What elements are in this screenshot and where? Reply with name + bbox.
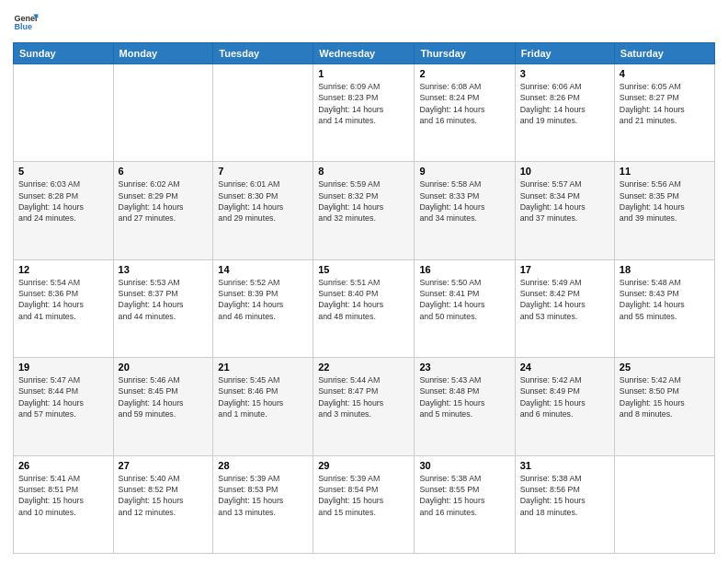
day-info: Sunrise: 5:53 AM Sunset: 8:37 PM Dayligh… xyxy=(119,277,209,322)
day-number: 8 xyxy=(318,166,409,177)
calendar-cell: 19Sunrise: 5:47 AM Sunset: 8:44 PM Dayli… xyxy=(14,358,114,455)
day-info: Sunrise: 6:03 AM Sunset: 8:28 PM Dayligh… xyxy=(18,178,108,224)
calendar-cell: 30Sunrise: 5:38 AM Sunset: 8:55 PM Dayli… xyxy=(415,455,515,553)
calendar-cell: 9Sunrise: 5:58 AM Sunset: 8:33 PM Daylig… xyxy=(415,162,515,259)
day-number: 28 xyxy=(218,460,308,471)
logo: General Blue xyxy=(13,9,39,35)
day-info: Sunrise: 6:05 AM Sunset: 8:27 PM Dayligh… xyxy=(620,81,710,126)
calendar-cell: 27Sunrise: 5:40 AM Sunset: 8:52 PM Dayli… xyxy=(113,455,213,553)
day-number: 9 xyxy=(419,166,509,177)
calendar-cell: 11Sunrise: 5:56 AM Sunset: 8:35 PM Dayli… xyxy=(614,162,714,259)
calendar-cell: 13Sunrise: 5:53 AM Sunset: 8:37 PM Dayli… xyxy=(113,259,213,357)
day-info: Sunrise: 5:59 AM Sunset: 8:32 PM Dayligh… xyxy=(318,178,409,224)
calendar-cell: 8Sunrise: 5:59 AM Sunset: 8:32 PM Daylig… xyxy=(313,162,415,259)
weekday-header-row: SundayMondayTuesdayWednesdayThursdayFrid… xyxy=(14,43,715,64)
calendar-table: SundayMondayTuesdayWednesdayThursdayFrid… xyxy=(13,42,715,554)
day-info: Sunrise: 5:38 AM Sunset: 8:56 PM Dayligh… xyxy=(520,473,609,518)
day-number: 29 xyxy=(318,460,409,471)
day-number: 24 xyxy=(520,362,609,373)
day-info: Sunrise: 5:50 AM Sunset: 8:41 PM Dayligh… xyxy=(419,277,509,322)
day-number: 15 xyxy=(318,264,409,275)
calendar-cell: 5Sunrise: 6:03 AM Sunset: 8:28 PM Daylig… xyxy=(14,162,114,259)
calendar-cell: 4Sunrise: 6:05 AM Sunset: 8:27 PM Daylig… xyxy=(614,64,714,162)
day-info: Sunrise: 6:01 AM Sunset: 8:30 PM Dayligh… xyxy=(218,178,308,224)
calendar-cell: 2Sunrise: 6:08 AM Sunset: 8:24 PM Daylig… xyxy=(415,64,515,162)
calendar-cell: 16Sunrise: 5:50 AM Sunset: 8:41 PM Dayli… xyxy=(415,259,515,357)
calendar-cell xyxy=(14,64,114,162)
day-info: Sunrise: 5:40 AM Sunset: 8:52 PM Dayligh… xyxy=(119,473,209,518)
calendar-body: 1Sunrise: 6:09 AM Sunset: 8:23 PM Daylig… xyxy=(14,64,715,554)
logo-icon: General Blue xyxy=(13,9,39,35)
day-info: Sunrise: 5:44 AM Sunset: 8:47 PM Dayligh… xyxy=(318,374,409,419)
weekday-header-sunday: Sunday xyxy=(14,43,114,64)
weekday-header-tuesday: Tuesday xyxy=(213,43,313,64)
day-info: Sunrise: 6:06 AM Sunset: 8:26 PM Dayligh… xyxy=(520,81,609,126)
calendar-cell: 1Sunrise: 6:09 AM Sunset: 8:23 PM Daylig… xyxy=(313,64,415,162)
day-number: 7 xyxy=(218,166,308,177)
calendar-cell: 12Sunrise: 5:54 AM Sunset: 8:36 PM Dayli… xyxy=(14,259,114,357)
calendar-cell xyxy=(113,64,213,162)
day-info: Sunrise: 5:39 AM Sunset: 8:54 PM Dayligh… xyxy=(318,473,409,518)
day-info: Sunrise: 5:58 AM Sunset: 8:33 PM Dayligh… xyxy=(419,178,509,224)
calendar-cell: 21Sunrise: 5:45 AM Sunset: 8:46 PM Dayli… xyxy=(213,358,313,455)
calendar-cell xyxy=(614,455,714,553)
day-info: Sunrise: 5:52 AM Sunset: 8:39 PM Dayligh… xyxy=(218,277,308,322)
calendar-cell xyxy=(213,64,313,162)
calendar-cell: 17Sunrise: 5:49 AM Sunset: 8:42 PM Dayli… xyxy=(515,259,614,357)
day-info: Sunrise: 5:41 AM Sunset: 8:51 PM Dayligh… xyxy=(18,473,108,518)
day-info: Sunrise: 5:45 AM Sunset: 8:46 PM Dayligh… xyxy=(218,374,308,419)
calendar-cell: 6Sunrise: 6:02 AM Sunset: 8:29 PM Daylig… xyxy=(113,162,213,259)
calendar-cell: 31Sunrise: 5:38 AM Sunset: 8:56 PM Dayli… xyxy=(515,455,614,553)
day-info: Sunrise: 5:57 AM Sunset: 8:34 PM Dayligh… xyxy=(520,178,609,224)
calendar-cell: 25Sunrise: 5:42 AM Sunset: 8:50 PM Dayli… xyxy=(614,358,714,455)
weekday-header-friday: Friday xyxy=(515,43,614,64)
calendar-cell: 3Sunrise: 6:06 AM Sunset: 8:26 PM Daylig… xyxy=(515,64,614,162)
day-number: 21 xyxy=(218,362,308,373)
day-info: Sunrise: 5:38 AM Sunset: 8:55 PM Dayligh… xyxy=(419,473,509,518)
day-info: Sunrise: 6:09 AM Sunset: 8:23 PM Dayligh… xyxy=(318,81,409,126)
calendar-week-2: 5Sunrise: 6:03 AM Sunset: 8:28 PM Daylig… xyxy=(14,162,715,259)
day-info: Sunrise: 6:02 AM Sunset: 8:29 PM Dayligh… xyxy=(119,178,209,224)
day-info: Sunrise: 5:49 AM Sunset: 8:42 PM Dayligh… xyxy=(520,277,609,322)
day-info: Sunrise: 5:47 AM Sunset: 8:44 PM Dayligh… xyxy=(18,374,108,419)
day-number: 10 xyxy=(520,166,609,177)
day-number: 26 xyxy=(18,460,108,471)
day-number: 11 xyxy=(620,166,710,177)
calendar-week-4: 19Sunrise: 5:47 AM Sunset: 8:44 PM Dayli… xyxy=(14,358,715,455)
day-info: Sunrise: 5:39 AM Sunset: 8:53 PM Dayligh… xyxy=(218,473,308,518)
calendar-cell: 15Sunrise: 5:51 AM Sunset: 8:40 PM Dayli… xyxy=(313,259,415,357)
weekday-header-thursday: Thursday xyxy=(415,43,515,64)
day-number: 18 xyxy=(620,264,710,275)
weekday-header-monday: Monday xyxy=(113,43,213,64)
calendar-cell: 14Sunrise: 5:52 AM Sunset: 8:39 PM Dayli… xyxy=(213,259,313,357)
calendar-cell: 18Sunrise: 5:48 AM Sunset: 8:43 PM Dayli… xyxy=(614,259,714,357)
day-number: 1 xyxy=(318,68,409,79)
day-info: Sunrise: 5:42 AM Sunset: 8:49 PM Dayligh… xyxy=(520,374,609,419)
day-number: 14 xyxy=(218,264,308,275)
day-number: 23 xyxy=(419,362,509,373)
day-number: 6 xyxy=(119,166,209,177)
day-info: Sunrise: 6:08 AM Sunset: 8:24 PM Dayligh… xyxy=(419,81,509,126)
day-number: 13 xyxy=(119,264,209,275)
page-header: General Blue xyxy=(13,9,715,35)
day-number: 31 xyxy=(520,460,609,471)
calendar-cell: 24Sunrise: 5:42 AM Sunset: 8:49 PM Dayli… xyxy=(515,358,614,455)
day-number: 22 xyxy=(318,362,409,373)
day-number: 5 xyxy=(18,166,108,177)
day-number: 17 xyxy=(520,264,609,275)
day-number: 19 xyxy=(18,362,108,373)
day-info: Sunrise: 5:48 AM Sunset: 8:43 PM Dayligh… xyxy=(620,277,710,322)
calendar-week-3: 12Sunrise: 5:54 AM Sunset: 8:36 PM Dayli… xyxy=(14,259,715,357)
day-info: Sunrise: 5:56 AM Sunset: 8:35 PM Dayligh… xyxy=(620,178,710,224)
weekday-header-wednesday: Wednesday xyxy=(313,43,415,64)
svg-text:Blue: Blue xyxy=(14,22,32,31)
calendar-cell: 29Sunrise: 5:39 AM Sunset: 8:54 PM Dayli… xyxy=(313,455,415,553)
calendar-week-1: 1Sunrise: 6:09 AM Sunset: 8:23 PM Daylig… xyxy=(14,64,715,162)
weekday-header-saturday: Saturday xyxy=(614,43,714,64)
calendar-cell: 23Sunrise: 5:43 AM Sunset: 8:48 PM Dayli… xyxy=(415,358,515,455)
calendar-cell: 26Sunrise: 5:41 AM Sunset: 8:51 PM Dayli… xyxy=(14,455,114,553)
day-info: Sunrise: 5:43 AM Sunset: 8:48 PM Dayligh… xyxy=(419,374,509,419)
day-info: Sunrise: 5:42 AM Sunset: 8:50 PM Dayligh… xyxy=(620,374,710,419)
day-number: 30 xyxy=(419,460,509,471)
calendar-cell: 22Sunrise: 5:44 AM Sunset: 8:47 PM Dayli… xyxy=(313,358,415,455)
